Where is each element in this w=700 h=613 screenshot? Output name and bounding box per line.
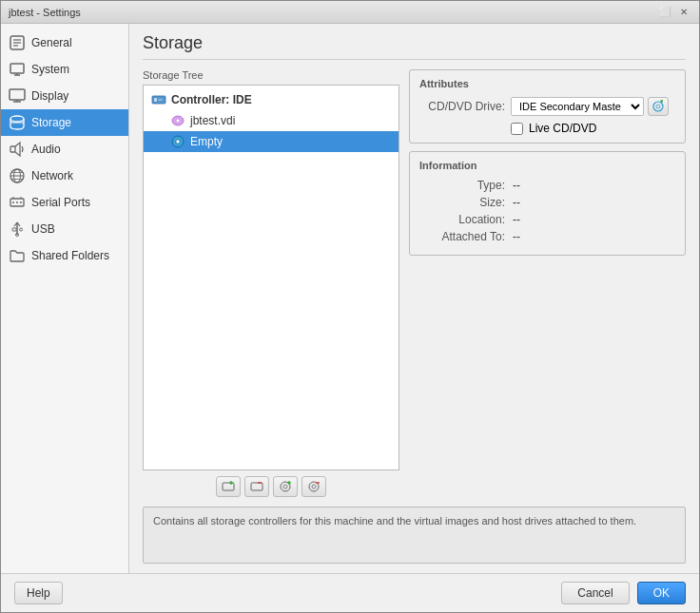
shared-folders-icon xyxy=(9,247,26,264)
main-content: Storage Storage Tree xyxy=(129,24,699,573)
sidebar-item-display[interactable]: Display xyxy=(1,83,128,109)
help-button[interactable]: Help xyxy=(14,582,63,604)
sidebar-item-network[interactable]: Network xyxy=(1,163,128,189)
location-row: Location: -- xyxy=(419,213,675,226)
svg-rect-27 xyxy=(12,228,16,231)
svg-point-34 xyxy=(176,119,180,123)
svg-point-49 xyxy=(312,485,316,488)
jbtest-vdi-label: jbtest.vdi xyxy=(190,114,235,127)
cd-dvd-select[interactable]: IDE Secondary Maste xyxy=(511,97,644,116)
usb-icon xyxy=(9,220,26,238)
svg-rect-32 xyxy=(158,99,163,101)
window-title: jbtest - Settings xyxy=(9,7,81,18)
maximize-button[interactable]: ⬜ xyxy=(657,6,672,19)
svg-point-28 xyxy=(20,228,23,231)
footer-action-buttons: Cancel OK xyxy=(561,582,686,604)
size-row: Size: -- xyxy=(419,196,675,209)
attached-to-row: Attached To: -- xyxy=(419,230,675,243)
location-label: Location: xyxy=(419,213,505,226)
attached-to-label: Attached To: xyxy=(419,230,505,243)
cd-dvd-browse-button[interactable] xyxy=(648,97,669,116)
window-body: General System xyxy=(1,24,699,573)
system-icon xyxy=(9,61,26,78)
serial-ports-icon xyxy=(9,194,26,211)
storage-tree-panel: Storage Tree Controller: IDE xyxy=(143,69,399,499)
svg-point-10 xyxy=(10,116,24,122)
cd-dvd-drive-row: CD/DVD Drive: IDE Secondary Maste xyxy=(419,97,675,116)
tree-item-controller-ide[interactable]: Controller: IDE xyxy=(144,89,399,110)
svg-point-45 xyxy=(283,485,287,488)
tree-item-empty[interactable]: Empty xyxy=(144,131,399,152)
information-group: Information Type: -- Size: -- Location: … xyxy=(409,151,686,256)
svg-point-20 xyxy=(16,201,18,203)
storage-tree-label: Storage Tree xyxy=(143,69,399,81)
add-controller-button[interactable] xyxy=(216,476,241,497)
sidebar-label-shared-folders: Shared Folders xyxy=(31,249,109,262)
sidebar-item-storage[interactable]: Storage xyxy=(1,109,128,136)
svg-rect-12 xyxy=(10,146,15,152)
type-row: Type: -- xyxy=(419,179,675,192)
page-title: Storage xyxy=(143,33,686,60)
settings-window: jbtest - Settings ⬜ ✕ General xyxy=(0,0,700,613)
svg-rect-42 xyxy=(251,483,262,490)
storage-icon xyxy=(9,114,26,131)
svg-point-52 xyxy=(656,105,660,108)
footer: Help Cancel OK xyxy=(1,573,699,612)
live-cd-label: Live CD/DVD xyxy=(529,122,596,135)
attributes-title: Attributes xyxy=(419,78,675,89)
add-attachment-button[interactable] xyxy=(273,476,298,497)
sidebar-item-system[interactable]: System xyxy=(1,56,128,83)
svg-point-51 xyxy=(653,102,663,111)
sidebar-item-general[interactable]: General xyxy=(1,29,128,56)
cd-drive-icon xyxy=(170,134,185,149)
svg-rect-31 xyxy=(154,98,157,102)
svg-point-37 xyxy=(176,140,180,144)
title-bar: jbtest - Settings ⬜ ✕ xyxy=(1,1,699,24)
controller-icon xyxy=(151,92,166,107)
general-icon xyxy=(9,34,26,51)
sidebar-label-audio: Audio xyxy=(31,143,61,156)
network-icon xyxy=(9,167,26,184)
size-value: -- xyxy=(513,196,520,209)
information-title: Information xyxy=(419,160,675,171)
type-label: Type: xyxy=(419,179,505,192)
description-area: Contains all storage controllers for thi… xyxy=(143,507,686,564)
empty-label: Empty xyxy=(190,135,223,148)
sidebar-item-audio[interactable]: Audio xyxy=(1,136,128,163)
sidebar-label-general: General xyxy=(31,36,72,49)
ok-button[interactable]: OK xyxy=(637,582,686,604)
storage-tree[interactable]: Controller: IDE jbtest.vdi xyxy=(143,85,399,470)
svg-rect-4 xyxy=(10,64,24,73)
cd-dvd-select-wrapper: IDE Secondary Maste xyxy=(511,97,669,116)
remove-attachment-button[interactable] xyxy=(301,476,326,497)
sidebar-label-network: Network xyxy=(31,169,73,182)
cd-dvd-label: CD/DVD Drive: xyxy=(419,100,505,113)
sidebar-label-system: System xyxy=(31,63,69,76)
attributes-info-panel: Attributes CD/DVD Drive: IDE Secondary M… xyxy=(409,69,686,499)
svg-rect-39 xyxy=(223,483,234,490)
sidebar-item-shared-folders[interactable]: Shared Folders xyxy=(1,242,128,269)
svg-point-21 xyxy=(20,201,22,203)
svg-point-19 xyxy=(12,201,14,203)
svg-rect-7 xyxy=(10,89,25,100)
close-button[interactable]: ✕ xyxy=(676,6,691,19)
remove-controller-button[interactable] xyxy=(244,476,269,497)
tree-item-jbtest-vdi[interactable]: jbtest.vdi xyxy=(144,110,399,131)
sidebar-label-usb: USB xyxy=(31,222,55,236)
location-value: -- xyxy=(513,213,520,226)
window-controls: ⬜ ✕ xyxy=(657,6,691,19)
sidebar-item-serial-ports[interactable]: Serial Ports xyxy=(1,189,128,216)
sidebar-label-serial-ports: Serial Ports xyxy=(31,196,90,209)
sidebar-label-display: Display xyxy=(31,89,68,103)
audio-icon xyxy=(9,141,26,158)
sidebar-label-storage: Storage xyxy=(31,116,71,129)
attributes-group: Attributes CD/DVD Drive: IDE Secondary M… xyxy=(409,69,686,144)
live-cd-checkbox[interactable] xyxy=(511,123,523,135)
display-icon xyxy=(9,87,26,105)
size-label: Size: xyxy=(419,196,505,209)
vdi-disk-icon xyxy=(170,113,185,128)
cancel-button[interactable]: Cancel xyxy=(561,582,629,604)
sidebar-item-usb[interactable]: USB xyxy=(1,216,128,242)
tree-toolbar xyxy=(143,470,399,499)
content-area: Storage Tree Controller: IDE xyxy=(143,69,686,499)
